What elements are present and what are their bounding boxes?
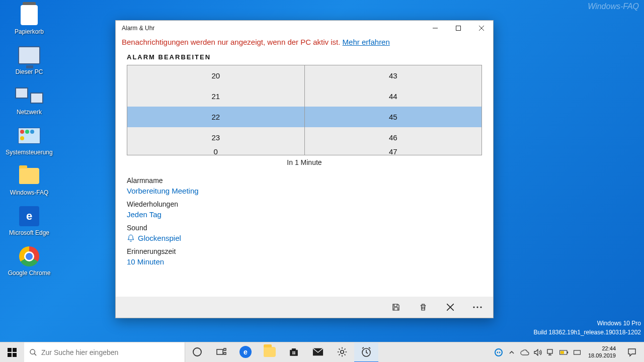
minute-option[interactable]: 43	[305, 65, 482, 86]
window-title: Alarm & Uhr	[122, 25, 154, 32]
cancel-icon	[447, 304, 454, 311]
svg-rect-23	[547, 349, 552, 353]
taskbar-search[interactable]	[24, 342, 185, 363]
cloud-icon	[520, 349, 529, 355]
snooze-value[interactable]: 10 Minuten	[127, 257, 482, 266]
start-button[interactable]	[0, 342, 24, 363]
task-view-icon	[216, 348, 226, 356]
hour-column[interactable]: 20 21 22 23 0	[127, 65, 304, 155]
desktop-icon-recycle-bin[interactable]: Papierkorb	[4, 4, 54, 35]
task-view-button[interactable]	[209, 342, 233, 363]
svg-point-20	[341, 350, 344, 353]
hour-option[interactable]: 21	[127, 86, 304, 107]
svg-rect-18	[294, 353, 295, 354]
svg-rect-14	[224, 352, 226, 354]
brand-watermark: Windows-FAQ	[588, 2, 639, 11]
desktop-icon-label: Windows-FAQ	[4, 189, 54, 196]
svg-point-7	[476, 306, 478, 308]
minute-option[interactable]: 45	[305, 107, 482, 127]
tray-network[interactable]	[546, 342, 556, 363]
svg-point-11	[193, 348, 201, 356]
desktop-icon-label: Microsoft Edge	[4, 229, 54, 236]
mail-icon	[312, 347, 324, 356]
pc-icon	[18, 46, 40, 64]
desktop-icon-label: Dieser PC	[4, 68, 54, 75]
folder-icon	[19, 168, 39, 184]
windows-logo-icon	[8, 348, 17, 357]
save-icon	[391, 303, 400, 312]
taskbar-mail[interactable]	[306, 342, 330, 363]
minimize-button[interactable]	[424, 21, 447, 36]
action-center-button[interactable]	[622, 342, 642, 363]
svg-rect-27	[574, 350, 580, 354]
tray-battery[interactable]	[559, 342, 569, 363]
delete-button[interactable]	[410, 297, 437, 318]
taskbar-store[interactable]	[282, 342, 306, 363]
close-button[interactable]	[470, 21, 493, 36]
save-button[interactable]	[382, 297, 410, 318]
desktop-icon-chrome[interactable]: Google Chrome	[4, 245, 54, 277]
desktop-icon-folder[interactable]: Windows-FAQ	[4, 165, 54, 196]
desktop-icon-label: Papierkorb	[4, 28, 54, 35]
desktop-icon-control-panel[interactable]: Systemsteuerung	[4, 125, 54, 156]
alarm-clock-window: Alarm & Uhr Benachrichtigungen werden nu…	[115, 20, 494, 318]
time-picker[interactable]: 20 21 22 23 0 43 44 45 46 47	[127, 65, 482, 155]
taskbar-clock[interactable]: 22:44 18.09.2019	[585, 345, 619, 359]
edge-icon: e	[19, 206, 39, 226]
edition-text: Windows 10 Pro	[533, 319, 641, 328]
tray-teamviewer[interactable]	[494, 342, 504, 363]
sound-label: Sound	[127, 224, 482, 232]
speaker-icon	[534, 349, 542, 356]
build-text: Build 18362.19h1_release.190318-1202	[533, 328, 641, 337]
minute-option[interactable]: 46	[305, 127, 482, 148]
taskbar: e 22:44 18.09.2019	[0, 342, 644, 362]
notice-link[interactable]: Mehr erfahren	[343, 38, 390, 46]
hour-option[interactable]: 23	[127, 127, 304, 148]
svg-rect-25	[567, 351, 568, 353]
taskbar-settings[interactable]	[330, 342, 354, 363]
svg-rect-17	[292, 353, 293, 354]
search-input[interactable]	[41, 348, 180, 356]
tray-chevron-up[interactable]	[507, 342, 517, 363]
sound-value[interactable]: Glockenspiel	[127, 234, 482, 242]
desktop-icon-network[interactable]: Netzwerk	[4, 84, 54, 116]
trash-icon	[419, 303, 428, 312]
titlebar[interactable]: Alarm & Uhr	[116, 21, 493, 36]
repeat-label: Wiederholungen	[127, 200, 482, 208]
cortana-button[interactable]	[185, 342, 209, 363]
maximize-button[interactable]	[447, 21, 470, 36]
minimize-icon	[433, 26, 438, 31]
hour-option[interactable]: 22	[127, 107, 304, 127]
minute-option[interactable]: 47	[305, 148, 482, 155]
cancel-button[interactable]	[437, 297, 464, 318]
repeat-value[interactable]: Jeden Tag	[127, 210, 482, 219]
alarm-name-value[interactable]: Vorbereitung Meeting	[127, 187, 482, 195]
hour-option[interactable]: 0	[127, 148, 304, 155]
taskbar-pinned: e	[185, 342, 378, 363]
taskbar-explorer[interactable]	[258, 342, 282, 363]
folder-icon	[264, 347, 276, 357]
desktop-icon-this-pc[interactable]: Dieser PC	[4, 44, 54, 75]
section-heading: ALARM BEARBEITEN	[116, 50, 493, 65]
taskbar-alarm-clock[interactable]	[354, 342, 378, 363]
desktop-icon-edge[interactable]: e Microsoft Edge	[4, 205, 54, 236]
close-icon	[479, 26, 484, 31]
store-icon	[288, 346, 299, 357]
chevron-up-icon	[509, 349, 515, 355]
svg-rect-15	[292, 351, 293, 352]
minute-option[interactable]: 44	[305, 86, 482, 107]
countdown-text: In 1 Minute	[116, 155, 493, 171]
minute-column[interactable]: 43 44 45 46 47	[304, 65, 482, 155]
keyboard-icon	[574, 349, 581, 356]
svg-rect-13	[224, 348, 226, 350]
alarm-name-label: Alarmname	[127, 176, 482, 185]
tray-onedrive[interactable]	[520, 342, 530, 363]
tray-volume[interactable]	[533, 342, 543, 363]
more-button[interactable]	[464, 297, 491, 318]
search-icon	[29, 348, 37, 356]
hour-option[interactable]: 20	[127, 65, 304, 86]
gear-icon	[337, 346, 348, 357]
taskbar-edge[interactable]: e	[233, 342, 258, 363]
tray-input[interactable]	[572, 342, 582, 363]
svg-rect-16	[294, 351, 295, 352]
